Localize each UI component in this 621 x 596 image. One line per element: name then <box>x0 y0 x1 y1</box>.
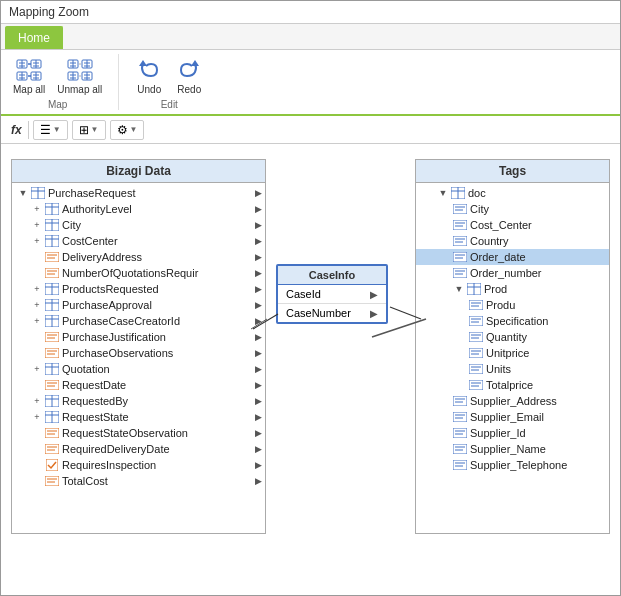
tags-panel-header: Tags <box>416 160 609 183</box>
expand-prod[interactable]: ▼ <box>452 282 466 296</box>
tags-supplieremail-label: Supplier_Email <box>470 411 609 423</box>
map-group-label: Map <box>48 99 67 110</box>
expand-requeststate[interactable]: + <box>30 410 44 424</box>
tags-item-totalprice[interactable]: Totalprice <box>416 377 609 393</box>
tags-item-orderdate[interactable]: Order_date <box>416 249 609 265</box>
tree-item-requeststate[interactable]: + RequestState ▶ <box>12 409 265 425</box>
tags-units-label: Units <box>486 363 609 375</box>
purchaserequest-arrow: ▶ <box>251 186 265 200</box>
tree-item-authoritylevel[interactable]: + AuthorityLevel ▶ <box>12 201 265 217</box>
expand-purchaserequest[interactable]: ▼ <box>16 186 30 200</box>
unmap-all-button[interactable]: Unmap all <box>53 54 106 97</box>
tags-quantity-icon <box>468 330 484 344</box>
tags-item-supplieremail[interactable]: Supplier_Email <box>416 409 609 425</box>
formula-selector-3[interactable]: ⚙ ▼ <box>110 120 145 140</box>
tree-item-requireddeliverydate[interactable]: + RequiredDeliveryDate ▶ <box>12 441 265 457</box>
tree-item-purchaserequest[interactable]: ▼ PurchaseRequest ▶ <box>12 185 265 201</box>
tree-item-costcenter[interactable]: + CostCenter ▶ <box>12 233 265 249</box>
tags-item-produ[interactable]: Produ <box>416 297 609 313</box>
formula-selector-2-arrow: ▼ <box>91 125 99 134</box>
map-all-button[interactable]: Map all <box>9 54 49 97</box>
tags-item-prod[interactable]: ▼ Prod <box>416 281 609 297</box>
formula-selector-2[interactable]: ⊞ ▼ <box>72 120 106 140</box>
tags-item-unitprice[interactable]: Unitprice <box>416 345 609 361</box>
tags-item-suppliername[interactable]: Supplier_Name <box>416 441 609 457</box>
expand-doc[interactable]: ▼ <box>436 186 450 200</box>
expand-productsrequested[interactable]: + <box>30 282 44 296</box>
tags-produ-icon <box>468 298 484 312</box>
tree-item-totalcost[interactable]: + TotalCost ▶ <box>12 473 265 489</box>
tree-item-purchasecasecreatorid[interactable]: + PurchaseCaseCreatorId ▶ <box>12 313 265 329</box>
numquotations-arrow: ▶ <box>251 266 265 280</box>
formula-selector-1[interactable]: ☰ ▼ <box>33 120 68 140</box>
tree-item-purchasejustification[interactable]: + PurchaseJustification ▶ <box>12 329 265 345</box>
svg-rect-125 <box>469 348 483 358</box>
formula-selector-2-icon: ⊞ <box>79 123 89 137</box>
tree-item-requeststateobservation[interactable]: + RequestStateObservation ▶ <box>12 425 265 441</box>
requeststateobservation-icon <box>44 426 60 440</box>
tags-item-doc[interactable]: ▼ doc <box>416 185 609 201</box>
purchaserequest-icon <box>30 186 46 200</box>
tab-bar: Home <box>1 24 620 50</box>
tree-item-requestedby[interactable]: + RequestedBy ▶ <box>12 393 265 409</box>
tags-item-quantity[interactable]: Quantity <box>416 329 609 345</box>
ribbon-content: Map all <box>1 50 620 114</box>
formula-fx: fx <box>5 121 29 139</box>
requiresinspection-label: RequiresInspection <box>62 459 251 471</box>
doc-label: doc <box>468 187 609 199</box>
requireddeliverydate-arrow: ▶ <box>251 442 265 456</box>
redo-button[interactable]: Redo <box>171 54 207 97</box>
caseinfo-field-caseid[interactable]: CaseId ▶ <box>278 285 386 304</box>
tags-unitprice-icon <box>468 346 484 360</box>
caseid-arrow: ▶ <box>370 289 378 300</box>
tree-item-purchaseobservations[interactable]: + PurchaseObservations ▶ <box>12 345 265 361</box>
tree-item-requestdate[interactable]: + RequestDate ▶ <box>12 377 265 393</box>
tree-item-deliveryaddress[interactable]: + DeliveryAddress ▶ <box>12 249 265 265</box>
city-label: City <box>62 219 251 231</box>
expand-authoritylevel[interactable]: + <box>30 202 44 216</box>
svg-rect-131 <box>469 380 483 390</box>
svg-rect-101 <box>453 220 467 230</box>
tags-prod-label: Prod <box>484 283 609 295</box>
tags-city-icon <box>452 202 468 216</box>
tags-item-city[interactable]: City <box>416 201 609 217</box>
tags-item-supplieraddress[interactable]: Supplier_Address <box>416 393 609 409</box>
tags-item-specification[interactable]: Specification <box>416 313 609 329</box>
caseinfo-field-casenumber[interactable]: CaseNumber ▶ <box>278 304 386 322</box>
authoritylevel-arrow: ▶ <box>251 202 265 216</box>
tags-item-country[interactable]: Country <box>416 233 609 249</box>
svg-rect-143 <box>453 444 467 454</box>
tree-item-quotation[interactable]: + Quotation ▶ <box>12 361 265 377</box>
undo-button[interactable]: Undo <box>131 54 167 97</box>
city-icon <box>44 218 60 232</box>
tags-item-ordernumber[interactable]: Order_number <box>416 265 609 281</box>
tree-item-numquotations[interactable]: + NumberOfQuotationsRequir ▶ <box>12 265 265 281</box>
expand-purchaseapproval[interactable]: + <box>30 298 44 312</box>
tree-item-purchaseapproval[interactable]: + PurchaseApproval ▶ <box>12 297 265 313</box>
tags-item-units[interactable]: Units <box>416 361 609 377</box>
expand-purchasecasecreatorid[interactable]: + <box>30 314 44 328</box>
expand-costcenter[interactable]: + <box>30 234 44 248</box>
svg-rect-92 <box>45 476 59 486</box>
mapping-canvas: Bizagi Data ▼ PurchaseRequest ▶ <box>1 144 620 595</box>
undo-icon <box>135 56 163 84</box>
tags-supplieraddress-label: Supplier_Address <box>470 395 609 407</box>
svg-rect-122 <box>469 332 483 342</box>
expand-quotation[interactable]: + <box>30 362 44 376</box>
expand-city[interactable]: + <box>30 218 44 232</box>
expand-requestedby[interactable]: + <box>30 394 44 408</box>
tab-home[interactable]: Home <box>5 26 63 49</box>
tree-item-city[interactable]: + City ▶ <box>12 217 265 233</box>
tree-item-productsrequested[interactable]: + ProductsRequested ▶ <box>12 281 265 297</box>
caseinfo-box: CaseInfo CaseId ▶ CaseNumber ▶ <box>276 264 388 324</box>
tags-costcenter-icon <box>452 218 468 232</box>
tree-item-requiresinspection[interactable]: + RequiresInspection ▶ <box>12 457 265 473</box>
authoritylevel-icon <box>44 202 60 216</box>
tags-item-costcenter[interactable]: Cost_Center <box>416 217 609 233</box>
svg-rect-52 <box>45 252 59 262</box>
tags-item-suppliertelephone[interactable]: Supplier_Telephone <box>416 457 609 473</box>
requeststate-icon <box>44 410 60 424</box>
tags-orderdate-icon <box>452 250 468 264</box>
numquotations-icon <box>44 266 60 280</box>
tags-item-supplierid[interactable]: Supplier_Id <box>416 425 609 441</box>
